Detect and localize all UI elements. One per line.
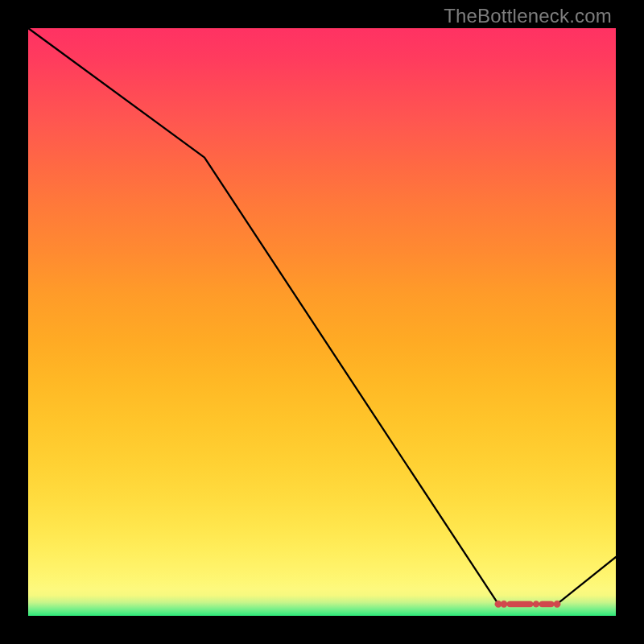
- chart-svg: [28, 28, 616, 616]
- svg-point-3: [533, 601, 539, 608]
- plot-area: [28, 28, 616, 616]
- chart-frame: TheBottleneck.com: [0, 0, 644, 644]
- watermark-text: TheBottleneck.com: [444, 5, 612, 27]
- svg-rect-2: [507, 601, 533, 607]
- svg-rect-4: [539, 601, 554, 607]
- series-line: [28, 28, 616, 604]
- svg-point-5: [554, 601, 560, 607]
- svg-point-1: [501, 601, 507, 607]
- marker-group: [495, 601, 560, 607]
